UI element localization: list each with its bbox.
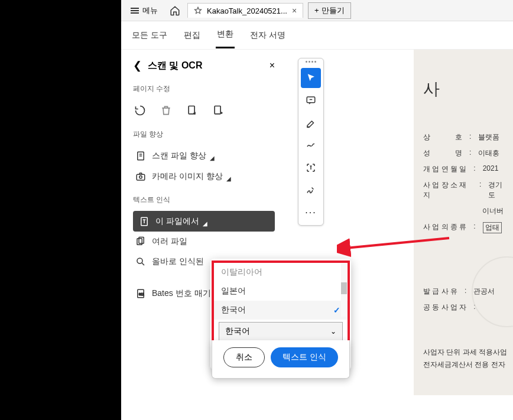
language-dropdown-dialog: 이탈리아어 일본어 한국어 ✓ 한국어 ⌄ <box>212 261 350 348</box>
page-mod-tools <box>133 100 275 121</box>
rotate-icon <box>134 105 146 116</box>
tools-edit[interactable]: 편집 <box>183 23 202 48</box>
new-tab-label: 만들기 <box>322 5 345 16</box>
language-option-korean[interactable]: 한국어 ✓ <box>214 301 348 320</box>
recognize-correct-label: 올바로 인식된 <box>152 256 204 267</box>
panel-close-button[interactable]: × <box>270 60 275 71</box>
sign-tool[interactable] <box>301 180 321 200</box>
left-dark-panel <box>0 0 121 420</box>
floating-toolbox: ··· <box>298 58 324 226</box>
bates-icon: 012 <box>135 288 146 299</box>
highlighter-icon <box>306 118 316 128</box>
page-insert-icon <box>186 105 198 116</box>
tools-all[interactable]: 모든 도구 <box>131 23 168 48</box>
doc-footer: 사업자 단위 과세 적용사업 전자세금계산서 전용 전자 <box>423 346 511 372</box>
comment-tool[interactable] <box>301 90 321 110</box>
search-icon <box>135 256 146 267</box>
insert-page-button[interactable] <box>185 103 199 118</box>
new-tab-button[interactable]: + 만들기 <box>308 2 351 19</box>
draw-tool[interactable] <box>301 135 321 155</box>
add-page-button[interactable] <box>211 103 225 118</box>
delete-button[interactable] <box>159 103 173 118</box>
comment-icon <box>306 95 316 106</box>
toolbox-drag-handle[interactable] <box>304 61 318 64</box>
more-tools[interactable]: ··· <box>301 203 321 223</box>
home-icon <box>170 5 180 16</box>
section-page-modification: 페이지 수정 <box>133 84 275 94</box>
bates-label: Bates 번호 매기 <box>152 288 211 299</box>
language-option-japanese[interactable]: 일본어 <box>214 282 348 301</box>
in-this-file-item[interactable]: 이 파일에서 ◢ <box>133 211 275 232</box>
doc-row: 상 호 : 블랫폼 <box>423 132 508 142</box>
tab-close-button[interactable]: × <box>292 6 297 15</box>
svg-point-4 <box>139 175 142 178</box>
top-toolbar: 메뉴 KakaoTalk_20240521... × + 만들기 <box>121 0 513 21</box>
document-tab[interactable]: KakaoTalk_20240521... × <box>187 3 303 18</box>
multi-file-label: 여러 파일 <box>152 236 187 247</box>
svg-rect-1 <box>215 106 220 114</box>
star-icon <box>194 6 202 15</box>
select-tool[interactable] <box>301 68 321 88</box>
doc-row: 이너버 <box>423 206 508 216</box>
tools-convert[interactable]: 변환 <box>216 22 235 48</box>
svg-text:012: 012 <box>139 292 144 296</box>
svg-rect-3 <box>137 174 145 180</box>
enhance-camera-item[interactable]: 카메라 이미지 향상 ◢ <box>133 166 275 187</box>
panel-back-button[interactable]: ❮ <box>133 59 142 72</box>
tab-title: KakaoTalk_20240521... <box>207 6 287 15</box>
doc-row: 성 명 : 이태흥 <box>423 148 508 158</box>
page-add-icon <box>212 105 224 116</box>
doc-row: 사 업 의 종 류 : 업태 <box>423 222 508 233</box>
trash-icon <box>160 105 172 116</box>
doc-row: 사 업 장 소 재 지 : 경기도 <box>423 180 508 200</box>
hamburger-icon <box>131 8 139 14</box>
home-button[interactable] <box>165 3 185 18</box>
dialog-button-row: 취소 텍스트 인식 <box>212 340 350 379</box>
doc-title: 사 <box>423 78 508 100</box>
scrollbar-track[interactable] <box>341 263 347 317</box>
file-text-icon <box>139 216 150 227</box>
section-file-enhance: 파일 향상 <box>133 129 275 139</box>
enhance-scan-label: 스캔 파일 향상 <box>152 151 206 161</box>
camera-icon <box>135 171 146 182</box>
plus-icon: + <box>314 6 319 15</box>
cursor-icon <box>306 73 316 83</box>
svg-rect-0 <box>189 106 194 114</box>
language-option-italian[interactable]: 이탈리아어 <box>214 263 348 282</box>
scrollbar-thumb[interactable] <box>341 282 347 294</box>
enhance-camera-label: 카메라 이미지 향상 <box>152 171 223 182</box>
chevron-down-icon: ⌄ <box>330 327 336 336</box>
submenu-indicator: ◢ <box>203 220 207 227</box>
multi-file-item[interactable]: 여러 파일 <box>133 232 275 252</box>
enhance-scan-item[interactable]: 스캔 파일 향상 ◢ <box>133 145 275 166</box>
cancel-button[interactable]: 취소 <box>223 347 265 367</box>
language-select[interactable]: 한국어 ⌄ <box>219 322 343 341</box>
tools-esign[interactable]: 전자 서명 <box>249 23 287 48</box>
check-icon: ✓ <box>333 305 340 315</box>
document-icon <box>135 151 146 161</box>
highlight-tool[interactable] <box>301 113 321 133</box>
svg-point-8 <box>137 258 142 263</box>
signature-icon <box>306 185 316 196</box>
in-this-file-label: 이 파일에서 <box>155 216 199 227</box>
selected-language: 한국어 <box>225 326 250 337</box>
tools-menu-bar: 모든 도구 편집 변환 전자 서명 <box>121 21 513 50</box>
panel-title: 스캔 및 OCR <box>148 60 202 72</box>
recognize-text-button[interactable]: 텍스트 인식 <box>271 347 338 367</box>
rotate-button[interactable] <box>133 103 147 118</box>
menu-button[interactable]: 메뉴 <box>126 3 163 18</box>
text-select-icon <box>306 162 316 173</box>
doc-row: 개 업 연 월 일 : 2021 <box>423 164 508 174</box>
submenu-indicator: ◢ <box>226 175 231 182</box>
ellipsis-icon: ··· <box>305 207 316 218</box>
panel-header: ❮ 스캔 및 OCR × <box>133 59 275 72</box>
text-select-tool[interactable] <box>301 158 321 178</box>
submenu-indicator: ◢ <box>210 155 215 161</box>
files-icon <box>135 236 146 247</box>
language-list: 이탈리아어 일본어 한국어 ✓ <box>214 263 348 320</box>
document-preview[interactable]: 사 상 호 : 블랫폼 성 명 : 이태흥 개 업 연 월 일 : 2021 사… <box>414 50 513 395</box>
menu-label: 메뉴 <box>142 5 158 16</box>
section-text-recognition: 텍스트 인식 <box>133 195 275 205</box>
draw-icon <box>306 140 316 151</box>
